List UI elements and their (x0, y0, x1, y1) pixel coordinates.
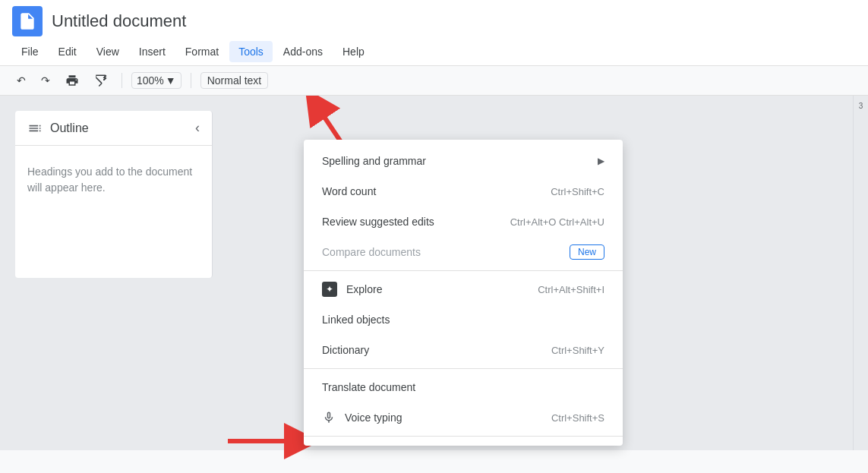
doc-title-row: Untitled document (12, 6, 856, 36)
review-label: Review suggested edits (322, 216, 434, 228)
translate-label: Translate document (322, 381, 415, 393)
menu-item-voice[interactable]: Voice typing Ctrl+Shift+S (304, 402, 623, 433)
outline-sidebar: Outline ‹ Headings you add to the docume… (15, 111, 213, 278)
explore-icon: ✦ (322, 282, 337, 297)
zoom-value: 100% (137, 74, 164, 87)
toolbar-divider-2 (191, 73, 191, 88)
wordcount-label: Word count (322, 185, 376, 197)
review-shortcut: Ctrl+Alt+O Ctrl+Alt+U (510, 216, 604, 228)
menu-item-linked[interactable]: Linked objects (304, 304, 623, 335)
sidebar-title: Outline (50, 121, 89, 135)
linked-label: Linked objects (322, 314, 390, 326)
explore-shortcut: Ctrl+Alt+Shift+I (538, 284, 604, 295)
translate-left: Translate document (322, 381, 415, 393)
menu-insert[interactable]: Insert (130, 41, 175, 62)
new-badge: New (570, 244, 604, 260)
sidebar-close-button[interactable]: ‹ (195, 120, 200, 136)
dictionary-label: Dictionary (322, 344, 369, 356)
main-area: Outline ‹ Headings you add to the docume… (0, 96, 868, 450)
menu-divider-3 (304, 436, 623, 437)
menu-divider-1 (304, 270, 623, 271)
spelling-arrow: ▶ (598, 156, 604, 166)
style-dropdown[interactable]: Normal text (200, 72, 269, 89)
menu-item-wordcount[interactable]: Word count Ctrl+Shift+C (304, 176, 623, 207)
compare-left: Compare documents (322, 246, 421, 258)
svg-rect-0 (24, 22, 32, 24)
tools-dropdown-menu: Spelling and grammar ▶ Word count Ctrl+S… (304, 140, 623, 446)
sidebar-title-row: Outline (27, 121, 89, 136)
sidebar-content: Headings you add to the document will ap… (15, 146, 212, 214)
menu-item-review[interactable]: Review suggested edits Ctrl+Alt+O Ctrl+A… (304, 207, 623, 237)
mic-icon (322, 411, 336, 424)
menu-view[interactable]: View (87, 41, 128, 62)
menu-bar: File Edit View Insert Format Tools Add-o… (12, 39, 856, 65)
menu-addons[interactable]: Add-ons (274, 41, 332, 62)
print-button[interactable] (61, 71, 84, 90)
explore-label: Explore (346, 283, 382, 295)
right-ruler: 3 (853, 96, 868, 450)
svg-rect-1 (24, 24, 30, 26)
paint-format-button[interactable] (90, 71, 112, 90)
voice-label: Voice typing (345, 412, 402, 424)
style-value: Normal text (207, 74, 262, 87)
menu-item-compare: Compare documents New (304, 237, 623, 267)
dictionary-shortcut: Ctrl+Shift+Y (551, 345, 604, 356)
docs-app-icon (12, 6, 43, 36)
toolbar: ↶ ↷ 100% ▼ Normal text (0, 65, 868, 96)
menu-item-spelling[interactable]: Spelling and grammar ▶ (304, 146, 623, 176)
ruler-3: 3 (859, 102, 863, 110)
menu-item-translate[interactable]: Translate document (304, 372, 623, 402)
menu-item-explore[interactable]: ✦ Explore Ctrl+Alt+Shift+I (304, 274, 623, 304)
dictionary-left: Dictionary (322, 344, 369, 356)
menu-format[interactable]: Format (176, 41, 228, 62)
menu-file[interactable]: File (12, 41, 48, 62)
wordcount-left: Word count (322, 185, 376, 197)
wordcount-shortcut: Ctrl+Shift+C (551, 186, 604, 197)
menu-item-dictionary[interactable]: Dictionary Ctrl+Shift+Y (304, 335, 623, 365)
zoom-control[interactable]: 100% ▼ (131, 72, 181, 89)
compare-label: Compare documents (322, 246, 421, 258)
undo-button[interactable]: ↶ (12, 71, 30, 90)
sidebar-header: Outline ‹ (15, 111, 212, 146)
linked-left: Linked objects (322, 314, 390, 326)
spelling-label: Spelling and grammar (322, 155, 426, 167)
docs-icon (17, 11, 37, 31)
explore-left: ✦ Explore (322, 282, 382, 297)
review-left: Review suggested edits (322, 216, 434, 228)
title-bar: Untitled document File Edit View Insert … (0, 0, 868, 65)
document-title[interactable]: Untitled document (52, 11, 186, 31)
menu-help[interactable]: Help (333, 41, 374, 62)
menu-divider-2 (304, 368, 623, 369)
menu-edit[interactable]: Edit (49, 41, 86, 62)
voice-shortcut: Ctrl+Shift+S (551, 412, 604, 424)
toolbar-divider-1 (122, 73, 122, 88)
menu-tools[interactable]: Tools (229, 41, 273, 62)
outline-icon (27, 121, 43, 136)
redo-button[interactable]: ↷ (36, 71, 55, 90)
voice-left: Voice typing (322, 411, 402, 424)
zoom-arrow: ▼ (166, 74, 176, 87)
spelling-left: Spelling and grammar (322, 155, 426, 167)
